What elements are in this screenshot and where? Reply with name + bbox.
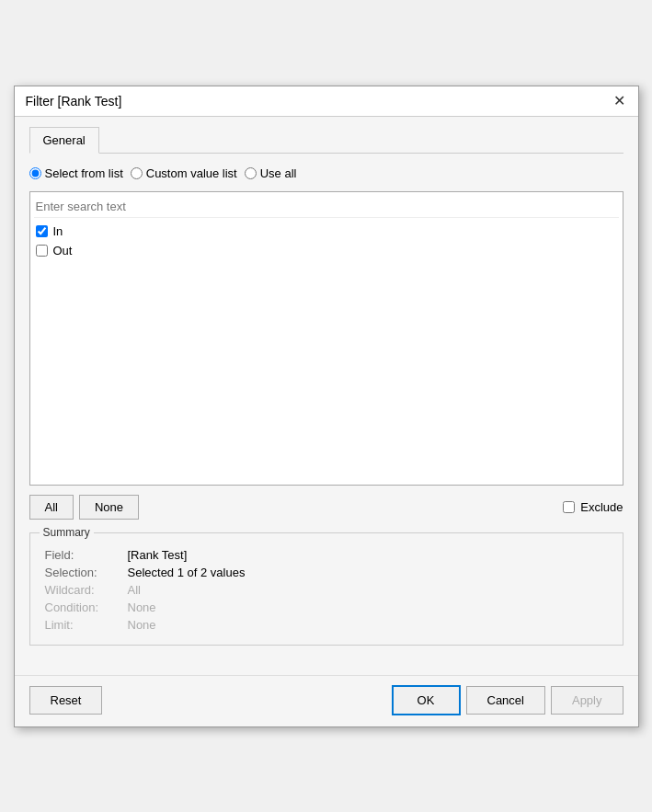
all-button[interactable]: All (29, 495, 74, 520)
list-item-label-out[interactable]: Out (53, 244, 73, 257)
filter-dialog: Filter [Rank Test] ✕ General Select from… (14, 86, 639, 727)
summary-wildcard-row: Wildcard: All (41, 581, 612, 599)
summary-legend: Summary (40, 526, 94, 539)
summary-box: Summary Field: [Rank Test] Selection: Se… (29, 532, 623, 646)
condition-value: None (124, 599, 612, 616)
dialog-body: General Select from list Custom value li… (15, 117, 638, 675)
limit-label: Limit: (41, 616, 124, 634)
close-button[interactable]: ✕ (612, 94, 627, 109)
dialog-title: Filter [Rank Test] (26, 94, 122, 109)
value-list-box: In Out (29, 191, 623, 486)
radio-custom-value-list[interactable]: Custom value list (131, 166, 237, 180)
summary-table: Field: [Rank Test] Selection: Selected 1… (41, 546, 612, 634)
selection-value: Selected 1 of 2 values (124, 564, 612, 581)
wildcard-value: All (124, 581, 612, 599)
summary-selection-row: Selection: Selected 1 of 2 values (41, 564, 612, 581)
list-items: In Out (34, 222, 619, 260)
cancel-button[interactable]: Cancel (466, 686, 545, 715)
apply-button[interactable]: Apply (551, 686, 623, 715)
exclude-checkbox[interactable] (563, 501, 575, 513)
summary-field-row: Field: [Rank Test] (41, 546, 612, 564)
field-value: [Rank Test] (124, 546, 612, 564)
list-item-label-in[interactable]: In (53, 224, 63, 238)
tab-general[interactable]: General (29, 127, 99, 154)
checkbox-out[interactable] (36, 245, 48, 257)
ok-button[interactable]: OK (392, 685, 461, 715)
summary-condition-row: Condition: None (41, 599, 612, 616)
radio-select-from-list[interactable]: Select from list (29, 166, 123, 180)
limit-value: None (124, 616, 612, 634)
none-button[interactable]: None (79, 495, 139, 520)
list-item: Out (34, 241, 619, 260)
title-bar: Filter [Rank Test] ✕ (15, 86, 638, 117)
field-label: Field: (41, 546, 124, 564)
search-input[interactable] (34, 196, 619, 218)
radio-input-use-all[interactable] (245, 167, 257, 179)
checkbox-in[interactable] (36, 225, 48, 237)
filter-mode-row: Select from list Custom value list Use a… (29, 166, 623, 180)
tab-bar: General (29, 126, 623, 154)
summary-limit-row: Limit: None (41, 616, 612, 634)
reset-button[interactable]: Reset (29, 686, 103, 715)
selection-label: Selection: (41, 564, 124, 581)
radio-use-all[interactable]: Use all (245, 166, 297, 180)
radio-input-custom-value-list[interactable] (131, 167, 143, 179)
footer: Reset OK Cancel Apply (15, 675, 638, 726)
wildcard-label: Wildcard: (41, 581, 124, 599)
selection-button-row: All None Exclude (29, 495, 623, 520)
exclude-row: Exclude (563, 500, 623, 514)
list-item: In (34, 222, 619, 241)
exclude-label[interactable]: Exclude (580, 500, 623, 514)
radio-input-select-from-list[interactable] (29, 167, 41, 179)
condition-label: Condition: (41, 599, 124, 616)
